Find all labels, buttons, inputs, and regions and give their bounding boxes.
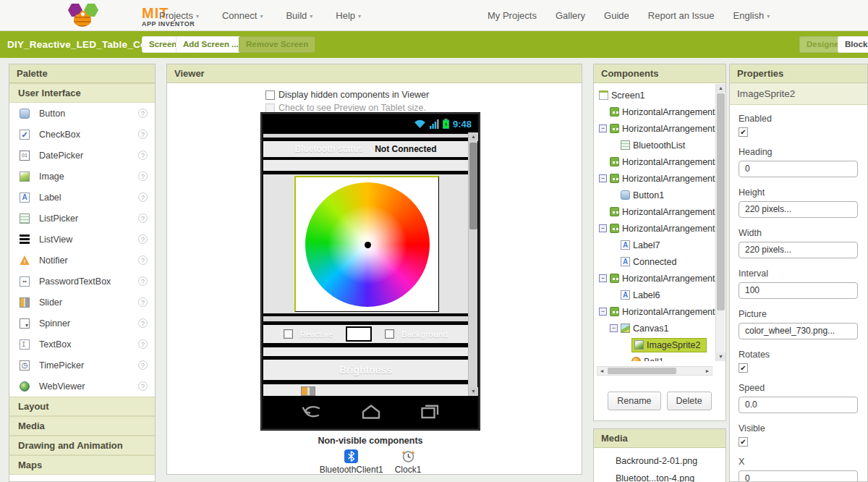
components-scrollbar-horizontal[interactable]: ◄ ►	[597, 366, 712, 376]
help-icon[interactable]: ?	[138, 151, 148, 160]
rename-button[interactable]: Rename	[608, 392, 660, 410]
help-icon[interactable]: ?	[138, 109, 148, 118]
tree-item-horizontalarrangement2[interactable]: −HorizontalArrangement2	[595, 170, 715, 187]
tree-item-horizontalarrangement17[interactable]: HorizontalArrangement17	[595, 153, 715, 170]
property-input-x[interactable]: 0	[739, 470, 858, 482]
property-input-width[interactable]: 220 pixels...	[739, 242, 858, 258]
palette-section-maps[interactable]: Maps	[9, 455, 155, 475]
bluetooth-status-row[interactable]: Bluetooth status Not Connected	[263, 141, 468, 157]
palette-item-notifier[interactable]: Notifier?	[9, 250, 155, 271]
delete-button[interactable]: Delete	[667, 392, 712, 410]
property-checkbox-enabled[interactable]: ✔	[739, 127, 748, 137]
ball-sprite[interactable]	[365, 242, 371, 248]
bluetoothclient1-component[interactable]: BluetoothClient1	[320, 449, 383, 475]
collapse-icon[interactable]: −	[610, 324, 618, 332]
palette-item-spinner[interactable]: Spinner?	[9, 313, 155, 334]
menu-connect[interactable]: Connect▾	[222, 10, 263, 21]
add-screen-button[interactable]: Add Screen ...	[176, 36, 246, 53]
help-icon[interactable]: ?	[138, 234, 148, 244]
palette-section-drawing-and-animation[interactable]: Drawing and Animation	[9, 436, 155, 455]
brightness-row[interactable]: Brightness	[263, 360, 468, 380]
tree-item-screen1[interactable]: Screen1	[595, 87, 715, 103]
palette-item-button[interactable]: Button?	[9, 103, 155, 124]
tree-item-bluetoothlist[interactable]: BluetoothList	[595, 137, 715, 153]
link-guide[interactable]: Guide	[604, 10, 629, 21]
media-file-bluetoot-ton-4-png[interactable]: Bluetoot...ton-4.png	[594, 470, 726, 482]
reactive-checkbox[interactable]	[284, 329, 293, 339]
language-selector[interactable]: English▾	[733, 10, 770, 21]
display-hidden-components-checkbox[interactable]	[265, 90, 275, 100]
menu-build[interactable]: Build▾	[286, 10, 312, 21]
canvas-arrangement[interactable]	[263, 174, 468, 313]
scroll-left-icon[interactable]: ◄	[597, 367, 606, 375]
tree-item-horizontalarrangement13[interactable]: −HorizontalArrangement13	[595, 303, 715, 320]
tree-item-imagesprite2[interactable]: ImageSprite2	[595, 337, 715, 353]
palette-item-listview[interactable]: ListView?	[9, 229, 155, 250]
arrangement-strip-mid[interactable]	[263, 316, 468, 321]
help-icon[interactable]: ?	[138, 297, 148, 307]
back-icon[interactable]	[301, 404, 323, 420]
palette-section-media[interactable]: Media	[9, 416, 155, 436]
components-scrollbar-vertical[interactable]: ▲ ▼	[715, 84, 725, 361]
tablet-preview-checkbox[interactable]	[265, 103, 275, 113]
menu-help[interactable]: Help▾	[336, 10, 361, 21]
tree-item-ball1[interactable]: Ball1	[595, 353, 715, 361]
palette-item-checkbox[interactable]: CheckBox?	[9, 124, 155, 145]
tree-item-canvas1[interactable]: −Canvas1	[595, 320, 715, 337]
palette-section-layout[interactable]: Layout	[9, 397, 155, 416]
collapse-icon[interactable]: −	[599, 224, 607, 232]
tree-item-horizontalarrangement8[interactable]: HorizontalArrangement8	[595, 203, 715, 220]
arrangement-strip-top[interactable]	[263, 134, 468, 138]
property-input-height[interactable]: 220 pixels...	[739, 201, 858, 218]
help-icon[interactable]: ?	[138, 130, 148, 139]
collapse-icon[interactable]: −	[599, 308, 607, 316]
collapse-icon[interactable]: −	[599, 174, 607, 182]
help-icon[interactable]: ?	[138, 339, 148, 349]
property-input-speed[interactable]: 0.0	[739, 397, 858, 413]
arrangement-bar-empty[interactable]	[263, 160, 468, 171]
blocks-view-button[interactable]: Blocks	[838, 36, 868, 53]
help-icon[interactable]: ?	[138, 255, 148, 265]
tree-item-horizontalarrangement5[interactable]: −HorizontalArrangement5	[595, 270, 715, 287]
property-input-interval[interactable]: 100	[739, 282, 858, 299]
value-textbox[interactable]	[346, 326, 372, 342]
arrangement-bar-empty-2[interactable]	[263, 347, 468, 356]
tree-item-horizontalarrangement1[interactable]: −HorizontalArrangement1	[595, 120, 715, 137]
palette-item-image[interactable]: Image?	[9, 166, 155, 187]
property-checkbox-visible[interactable]: ✔	[739, 437, 748, 447]
palette-item-label[interactable]: Label?	[9, 187, 155, 208]
palette-item-slider[interactable]: Slider?	[9, 292, 155, 313]
media-file-backround-2-01-png[interactable]: Backround-2-01.png	[594, 452, 726, 470]
menu-projects[interactable]: Projects▾	[159, 10, 199, 21]
phone-scroll-thumb[interactable]	[469, 143, 477, 229]
scroll-up-icon[interactable]: ▲	[469, 132, 478, 141]
tree-item-label6[interactable]: Label6	[595, 287, 715, 303]
tree-item-horizontalarrangement3[interactable]: −HorizontalArrangement3	[595, 220, 715, 237]
help-icon[interactable]: ?	[138, 318, 148, 328]
link-my-projects[interactable]: My Projects	[488, 10, 537, 21]
link-gallery[interactable]: Gallery	[556, 10, 585, 21]
phone-scrollbar[interactable]: ▲ ▼	[468, 132, 477, 396]
palette-item-webviewer[interactable]: WebViewer?	[9, 376, 155, 397]
options-row[interactable]: Reactive Background	[263, 325, 468, 343]
scroll-right-icon[interactable]: ►	[703, 367, 712, 375]
link-report-an-issue[interactable]: Report an Issue	[648, 10, 715, 21]
help-icon[interactable]: ?	[138, 172, 148, 181]
property-input-heading[interactable]: 0	[739, 161, 858, 177]
remove-screen-button[interactable]: Remove Screen	[239, 36, 315, 53]
scroll-down-icon[interactable]: ▼	[716, 352, 726, 361]
palette-item-listpicker[interactable]: ListPicker?	[9, 208, 155, 229]
palette-section-user-interface[interactable]: User Interface	[9, 83, 155, 103]
collapse-icon[interactable]: −	[599, 274, 607, 282]
palette-item-datepicker[interactable]: DatePicker?	[9, 145, 155, 166]
tree-item-button1[interactable]: Button1	[595, 187, 715, 203]
clock1-component[interactable]: Clock1	[395, 449, 422, 475]
property-checkbox-rotates[interactable]: ✔	[739, 363, 748, 373]
background-checkbox[interactable]	[385, 329, 394, 339]
collapse-icon[interactable]: −	[599, 124, 607, 132]
help-icon[interactable]: ?	[138, 381, 148, 391]
components-scroll-thumb[interactable]	[717, 93, 725, 310]
recents-icon[interactable]	[420, 404, 440, 420]
palette-item-textbox[interactable]: TextBox?	[9, 334, 155, 355]
scroll-up-icon[interactable]: ▲	[716, 84, 726, 93]
